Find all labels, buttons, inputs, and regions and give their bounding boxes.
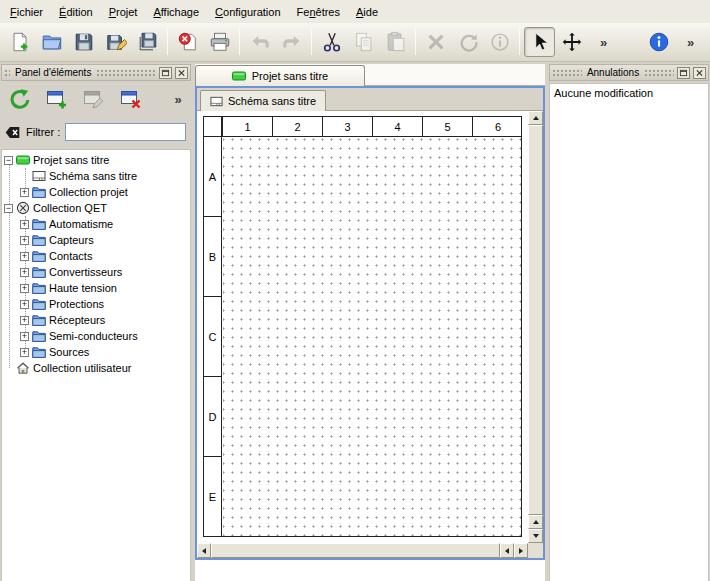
tree-item[interactable]: Collection utilisateur — [2, 360, 190, 376]
toolbar-extension-button[interactable]: » — [588, 27, 619, 57]
scroll-up-button-2[interactable] — [528, 515, 543, 529]
menu-configuration[interactable]: Configuration — [207, 2, 288, 22]
tree-item[interactable]: +Capteurs — [2, 232, 190, 248]
folder-icon — [32, 265, 46, 279]
vertical-scroll-thumb[interactable] — [528, 125, 543, 515]
new-project-button[interactable] — [4, 27, 35, 57]
scroll-down-button[interactable] — [528, 529, 543, 543]
tree-item[interactable]: +Collection projet — [2, 184, 190, 200]
clear-filter-icon[interactable] — [4, 124, 21, 141]
expand-toggle[interactable]: + — [20, 236, 29, 245]
tree-item[interactable]: −Collection QET — [2, 200, 190, 216]
delete-element-button[interactable] — [117, 85, 145, 113]
scheme-tabbar: Schéma sans titre — [197, 88, 543, 111]
close-file-button[interactable] — [172, 27, 203, 57]
float-dock-button[interactable] — [159, 67, 172, 79]
arrow-left-icon — [202, 548, 206, 554]
menu-aide[interactable]: Aide — [348, 2, 386, 22]
expand-toggle[interactable]: + — [20, 252, 29, 261]
expand-toggle[interactable]: + — [20, 220, 29, 229]
undo-empty-text: Aucune modification — [554, 87, 653, 99]
float-dock-button[interactable] — [677, 67, 690, 79]
reload-collections-button[interactable] — [6, 85, 34, 113]
application-window: FichierÉditionProjetAffichageConfigurati… — [0, 0, 710, 581]
tree-item[interactable]: +Haute tension — [2, 280, 190, 296]
menu-fenetres[interactable]: Fenêtres — [289, 2, 348, 22]
horizontal-scroll-thumb[interactable] — [211, 543, 500, 558]
expand-toggle[interactable]: + — [20, 188, 29, 197]
copy-button[interactable] — [348, 27, 379, 57]
tree-item[interactable]: +Contacts — [2, 248, 190, 264]
project-subwindow: Schéma sans titre 123456 ABCDE — [195, 86, 545, 560]
project-icon — [16, 153, 30, 167]
tree-item[interactable]: +Sources — [2, 344, 190, 360]
vertical-scrollbar[interactable] — [528, 111, 543, 543]
cut-button[interactable] — [316, 27, 347, 57]
schematic-canvas[interactable]: 123456 ABCDE — [197, 111, 528, 543]
menu-fichier[interactable]: Fichier — [2, 2, 51, 22]
collapse-toggle[interactable]: − — [4, 204, 13, 213]
filter-input[interactable] — [65, 123, 186, 141]
new-element-button[interactable] — [43, 85, 71, 113]
toolbar-separator — [415, 29, 416, 55]
save-button[interactable] — [68, 27, 99, 57]
tree-item-label: Capteurs — [49, 234, 94, 246]
schema-icon — [210, 95, 223, 108]
close-icon — [177, 69, 186, 77]
tree-item[interactable]: +Récepteurs — [2, 312, 190, 328]
about-button[interactable] — [643, 27, 674, 57]
scroll-right-button[interactable] — [514, 543, 528, 558]
expand-toggle[interactable]: + — [20, 348, 29, 357]
save-all-button[interactable] — [132, 27, 163, 57]
panel-toolbar-extension-button[interactable]: » — [170, 93, 186, 106]
grid-area[interactable] — [223, 138, 521, 536]
tree-item[interactable]: +Semi-conducteurs — [2, 328, 190, 344]
delete-selection-button[interactable] — [420, 27, 451, 57]
toolbar-extension-2-button[interactable]: » — [675, 27, 706, 57]
folder-icon — [32, 297, 46, 311]
print-button[interactable] — [204, 27, 235, 57]
close-dock-button[interactable] — [693, 67, 706, 79]
tree-item[interactable]: +Protections — [2, 296, 190, 312]
elements-tree[interactable]: −Projet sans titreSchéma sans titre+Coll… — [1, 149, 191, 581]
expand-toggle[interactable]: + — [20, 284, 29, 293]
scroll-mode-button[interactable] — [556, 27, 587, 57]
edit-element-button[interactable] — [80, 85, 108, 113]
toolbar-separator — [239, 29, 240, 55]
menu-projet[interactable]: Projet — [101, 2, 146, 22]
expand-toggle[interactable]: + — [20, 332, 29, 341]
menu-affichage[interactable]: Affichage — [145, 2, 207, 22]
scroll-left-button-2[interactable] — [500, 543, 514, 558]
undo-button[interactable] — [244, 27, 275, 57]
rotate-selection-button[interactable] — [452, 27, 483, 57]
open-project-button[interactable] — [36, 27, 67, 57]
redo-button[interactable] — [276, 27, 307, 57]
row-header: C — [204, 297, 221, 377]
save-as-button[interactable] — [100, 27, 131, 57]
scroll-up-button[interactable] — [528, 111, 543, 125]
selection-infos-button[interactable] — [484, 27, 515, 57]
undo-panel-titlebar[interactable]: Annulations — [549, 64, 709, 81]
paste-button[interactable] — [380, 27, 411, 57]
expand-toggle[interactable]: + — [20, 300, 29, 309]
tree-item[interactable]: +Convertisseurs — [2, 264, 190, 280]
collapse-toggle[interactable]: − — [4, 156, 13, 165]
undo-history-list[interactable]: Aucune modification — [549, 83, 709, 581]
tree-item[interactable]: −Projet sans titre — [2, 152, 190, 168]
delete-element-icon — [119, 87, 143, 111]
select-mode-button[interactable] — [524, 27, 555, 57]
horizontal-scrollbar[interactable] — [197, 543, 528, 558]
tree-item[interactable]: +Automatisme — [2, 216, 190, 232]
project-tab[interactable]: Projet sans titre — [195, 65, 365, 86]
tree-item[interactable]: Schéma sans titre — [2, 168, 190, 184]
tree-item-label: Contacts — [49, 250, 92, 262]
project-tabbar: Projet sans titre — [195, 64, 545, 86]
scheme-tab[interactable]: Schéma sans titre — [200, 90, 326, 111]
expand-toggle[interactable]: + — [20, 316, 29, 325]
expand-toggle[interactable]: + — [20, 268, 29, 277]
menu-edition[interactable]: Édition — [51, 2, 101, 22]
elements-panel-titlebar[interactable]: Panel d'éléments — [1, 64, 191, 81]
close-dock-button[interactable] — [175, 67, 188, 79]
arrow-left-icon — [505, 548, 509, 554]
scroll-left-button[interactable] — [197, 543, 211, 558]
